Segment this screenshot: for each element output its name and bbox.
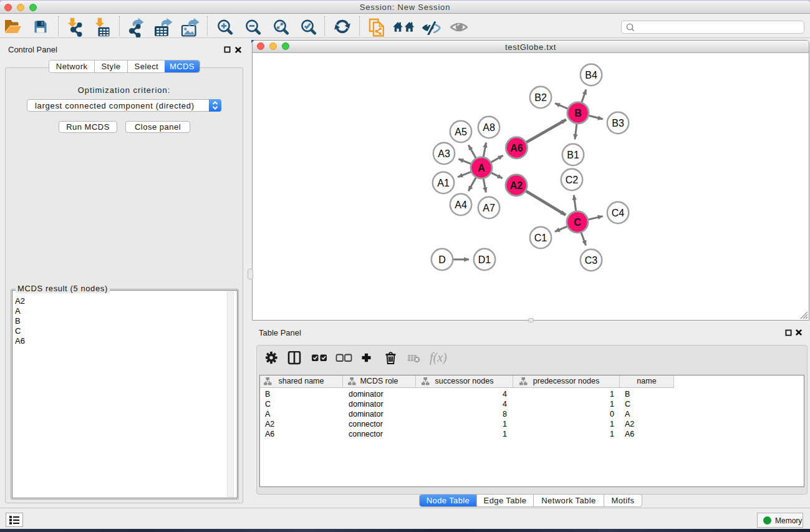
svg-text:B2: B2 bbox=[534, 92, 547, 103]
svg-text:A3: A3 bbox=[438, 148, 450, 159]
svg-text:A1: A1 bbox=[437, 178, 450, 188]
svg-text:A5: A5 bbox=[455, 127, 467, 137]
svg-text:C4: C4 bbox=[612, 208, 625, 218]
svg-text:B1: B1 bbox=[567, 150, 579, 160]
svg-text:C2: C2 bbox=[566, 175, 579, 185]
svg-text:A: A bbox=[478, 163, 485, 173]
svg-text:A7: A7 bbox=[483, 203, 495, 213]
svg-text:D1: D1 bbox=[478, 254, 491, 265]
svg-text:C3: C3 bbox=[585, 255, 598, 266]
svg-text:B3: B3 bbox=[612, 118, 624, 128]
svg-text:D: D bbox=[438, 254, 446, 265]
svg-text:A8: A8 bbox=[483, 122, 495, 133]
svg-text:A4: A4 bbox=[455, 200, 467, 210]
svg-text:C: C bbox=[574, 217, 581, 228]
svg-text:B4: B4 bbox=[585, 70, 597, 80]
svg-text:A2: A2 bbox=[510, 180, 523, 191]
svg-text:C1: C1 bbox=[534, 233, 547, 243]
svg-text:B: B bbox=[574, 108, 582, 118]
svg-text:A6: A6 bbox=[510, 143, 523, 153]
svg-text:f(x): f(x) bbox=[430, 351, 447, 365]
